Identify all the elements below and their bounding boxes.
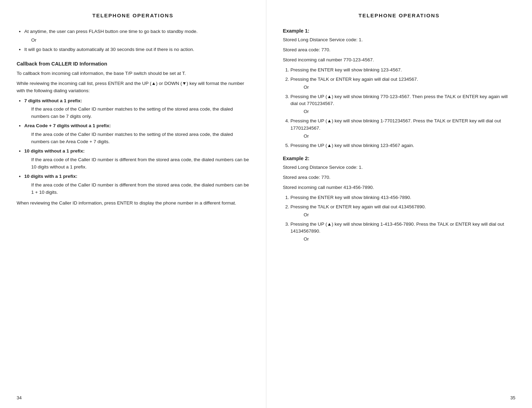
left-page-title: TELEPHONE OPERATIONS [17,12,249,18]
variations-list: 7 digits without a 1 prefix: If the area… [24,97,249,196]
example1-stored-area: Stored area code: 770. [283,46,516,54]
example2-stored-ld: Stored Long Distance Service code: 1. [283,164,516,171]
variation-item-4: 10 digits with a 1 prefix: If the area c… [24,173,249,196]
variation-detail-4: If the area code of the Caller ID number… [31,182,249,196]
example1-or-2: Or [304,84,516,91]
variation-label-2: Area Code + 7 digits without a 1 prefix: [24,123,111,128]
example2-step-1: Pressing the ENTER key will show blinkin… [291,194,516,201]
right-page-title: TELEPHONE OPERATIONS [283,12,516,18]
left-page-number: 34 [17,395,22,400]
example1-step-5: Pressing the UP (▲) key will show blinki… [291,142,516,149]
example2-step-2: Pressing the TALK or ENTER key again wil… [291,203,516,219]
example2-heading: Example 2: [283,156,516,161]
example2-stored-incoming: Stored incoming call number 413-456-7890… [283,184,516,191]
bullet-list: At anytime, the user can press FLASH but… [24,28,249,53]
variation-label-1: 7 digits without a 1 prefix: [24,98,82,103]
variation-label-3: 10 digits without a 1 prefix: [24,148,85,154]
variation-item-2: Area Code + 7 digits without a 1 prefix:… [24,122,249,146]
example2-or-2: Or [304,211,516,219]
example2-steps: Pressing the ENTER key will show blinkin… [291,194,516,243]
example1-stored-ld: Stored Long Distance Service code: 1. [283,36,516,44]
example2-step-3: Pressing the UP (▲) key will show blinki… [291,221,516,243]
variation-item-1: 7 digits without a 1 prefix: If the area… [24,97,249,121]
page-container: TELEPHONE OPERATIONS At anytime, the use… [0,0,532,408]
callback-para3: When reviewing the Caller ID information… [17,200,249,207]
example1-step-4: Pressing the UP (▲) key will show blinki… [291,118,516,140]
example1-step-2: Pressing the TALK or ENTER key again wil… [291,76,516,91]
example2-stored-area: Stored area code: 770. [283,174,516,181]
example1-heading: Example 1: [283,28,516,34]
example2-or-3: Or [304,236,516,243]
variation-detail-2: If the area code of the Caller ID number… [31,131,249,146]
example1-or-3: Or [304,108,516,115]
left-page: TELEPHONE OPERATIONS At anytime, the use… [0,0,266,408]
bullet-item-2: It will go back to standby automatically… [24,46,249,53]
variation-item-3: 10 digits without a 1 prefix: If the are… [24,148,249,171]
example1-stored-incoming: Stored incoming call number 770-123-4567… [283,57,516,64]
right-page: TELEPHONE OPERATIONS Example 1: Stored L… [266,0,532,408]
callback-heading: Callback from CALLER ID Information [17,61,249,67]
variation-detail-1: If the area code of the Caller ID number… [31,106,249,120]
bullet-item-1: At anytime, the user can press FLASH but… [24,28,249,44]
example1-steps: Pressing the ENTER key will show blinkin… [291,67,516,149]
callback-para1: To callback from incoming call informati… [17,70,249,77]
bullet-or-1: Or [31,37,249,44]
example1-step-3: Pressing the UP (▲) key will show blinki… [291,93,516,116]
example1-step-1: Pressing the ENTER key will show blinkin… [291,67,516,74]
example1-or-4: Or [304,133,516,140]
variation-detail-3: If the area code of the Caller ID number… [31,156,249,171]
variation-label-4: 10 digits with a 1 prefix: [24,174,77,179]
callback-para2: While reviewing the incoming call list, … [17,80,249,95]
right-page-number: 35 [510,395,515,400]
